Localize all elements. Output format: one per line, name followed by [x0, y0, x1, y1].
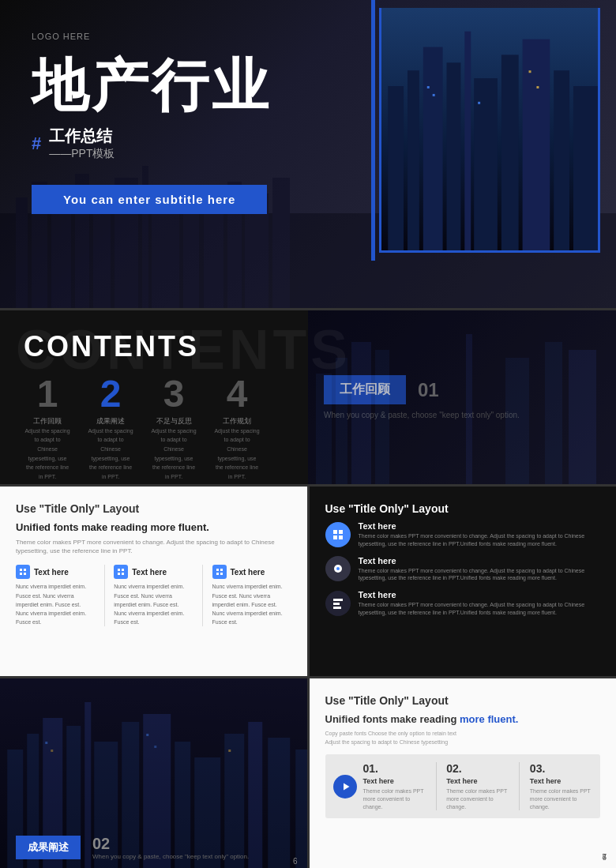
fluent-highlight: more fluent.	[460, 713, 518, 725]
contents-left: CONTENTS CONTENTS 1 工作回顾Adjust the spaci…	[0, 310, 308, 484]
row1-icon-svg	[332, 528, 344, 541]
slide-4: Use "Title Only" Layout Text here Theme …	[310, 487, 617, 676]
svg-rect-38	[569, 350, 596, 484]
card3-bullets: Nunc viverra imperdiet enim. Fusce est. …	[212, 582, 291, 626]
slide-2: CONTENTS CONTENTS 1 工作回顾Adjust the spaci…	[0, 310, 616, 484]
card1-label: Text here	[34, 568, 69, 577]
num-label-1: 工作回顾Adjust the spacing to adapt to Chine…	[24, 417, 71, 482]
svg-rect-35	[466, 334, 472, 484]
svg-rect-48	[220, 569, 223, 571]
svg-rect-42	[24, 573, 26, 575]
footer-badge-box: 成果阐述	[16, 836, 81, 859]
card1-icon-svg	[19, 568, 27, 576]
row1-icon	[325, 522, 351, 547]
section-footer-badge: 成果阐述 02 When you copy & paste, choose "k…	[16, 835, 291, 860]
numbered-cards: 01. Text here Theme color makes PPT more…	[325, 754, 601, 818]
text-card-2: Text here Nunc viverra imperdiet enim. F…	[114, 565, 193, 626]
num-card-desc-1: Theme color makes PPT more convenient to…	[363, 787, 426, 810]
num-card-1: 01. Text here Theme color makes PPT more…	[363, 762, 426, 810]
logo-text: LOGO HERE	[32, 32, 584, 41]
svg-rect-44	[122, 569, 124, 571]
play-button[interactable]	[333, 775, 357, 798]
layout-title-3: Use "Title Only" Layout	[16, 502, 291, 515]
row3-desc: Theme color makes PPT more convenient to…	[359, 601, 601, 617]
layout-title-6: Use "Title Only" Layout	[325, 694, 601, 707]
layout-title-4: Use "Title Only" Layout	[325, 502, 601, 515]
svg-rect-57	[333, 599, 343, 601]
icon-row-2: Text here Theme color makes PPT more con…	[325, 556, 601, 583]
slide-num-6: 7	[602, 853, 607, 862]
subtitle-line2: ——PPT模板	[49, 147, 115, 161]
num-card-desc-2: Theme color makes PPT more convenient to…	[446, 787, 509, 810]
num-card-3: 03. Text here Theme color makes PPT more…	[530, 762, 592, 810]
slide-1: LOGO HERE 地产行业 # 工作总结 ——PPT模板 You can en…	[0, 0, 616, 308]
svg-marker-80	[344, 783, 350, 790]
row1-desc: Theme color makes PPT more convenient to…	[359, 532, 601, 548]
subtitle-line1: 工作总结	[49, 126, 115, 147]
svg-rect-43	[118, 569, 120, 571]
svg-rect-31	[316, 374, 332, 484]
slide-3: Use "Title Only" Layout Unified fonts ma…	[0, 487, 307, 676]
icon-row-3: Text here Theme color makes PPT more con…	[325, 590, 601, 617]
svg-rect-59	[333, 607, 341, 609]
num-item-1: 1 工作回顾Adjust the spacing to adapt to Chi…	[24, 375, 71, 482]
svg-rect-53	[333, 535, 337, 539]
row3-icon	[325, 591, 351, 616]
footer-badge-right: 02 When you copy & paste, choose "keep t…	[92, 835, 249, 860]
card1-icon	[16, 565, 30, 579]
num-label-3: 不足与反思Adjust the spacing to adapt to Chin…	[150, 417, 197, 482]
main-title: 地产行业	[32, 57, 584, 114]
card3-header: Text here	[212, 565, 291, 579]
row2-desc: Theme color makes PPT more convenient to…	[359, 567, 601, 583]
subtitle-lines: 工作总结 ——PPT模板	[49, 126, 115, 161]
num-item-3: 3 不足与反思Adjust the spacing to adapt to Ch…	[150, 375, 197, 482]
icon-row-1: Text here Theme color makes PPT more con…	[325, 521, 601, 548]
row3-label: Text here	[359, 590, 601, 599]
num-card-num-2: 02.	[446, 762, 509, 775]
slide-6: Use "Title Only" Layout Unified fonts ma…	[310, 678, 617, 868]
slide-5: 成果阐述 02 When you copy & paste, choose "k…	[0, 678, 307, 868]
num-card-2: 02. Text here Theme color makes PPT more…	[446, 762, 509, 810]
svg-rect-47	[216, 569, 219, 571]
num-item-4: 4 工作规划Adjust the spacing to adapt to Chi…	[213, 375, 261, 482]
svg-rect-39	[20, 569, 22, 571]
copy-desc-2: Adjust the spacing to adapt to Chinese t…	[325, 738, 601, 747]
card1-header: Text here	[16, 565, 95, 579]
card2-icon	[114, 565, 128, 579]
slide1-content: LOGO HERE 地产行业 # 工作总结 ——PPT模板 You can en…	[0, 0, 616, 238]
hash-symbol: #	[32, 133, 41, 154]
copy-desc: Copy paste fonts Choose the only option …	[325, 730, 601, 746]
svg-rect-36	[505, 358, 529, 484]
svg-rect-54	[339, 535, 343, 539]
num-card-desc-3: Theme color makes PPT more convenient to…	[530, 787, 592, 810]
num-card-label-2: Text here	[446, 777, 509, 785]
slide5-content: 成果阐述 02 When you copy & paste, choose "k…	[0, 678, 307, 868]
cta-button[interactable]: You can enter subtitle here	[32, 185, 267, 214]
svg-rect-33	[351, 342, 371, 484]
contents-bg-text: CONTENTS	[16, 318, 351, 381]
right-city-bg	[308, 310, 616, 484]
svg-rect-46	[122, 573, 124, 575]
card3-icon	[212, 565, 227, 579]
svg-rect-52	[339, 530, 343, 534]
svg-rect-37	[545, 342, 562, 484]
num-label-4: 工作规划Adjust the spacing to adapt to Chine…	[213, 417, 261, 482]
card3-label: Text here	[231, 568, 265, 577]
svg-rect-45	[118, 573, 120, 575]
card1-bullets: Nunc viverra imperdiet enim. Fusce est. …	[16, 582, 95, 626]
svg-point-56	[336, 567, 340, 570]
footer-badge-num: 02	[92, 835, 249, 853]
text-cards-row: Text here Nunc viverra imperdiet enim. F…	[16, 565, 291, 626]
card3-icon-svg	[216, 568, 223, 576]
svg-rect-41	[20, 573, 22, 575]
row3-text: Text here Theme color makes PPT more con…	[359, 590, 601, 617]
card2-bullets: Nunc viverra imperdiet enim. Fusce est. …	[114, 582, 193, 626]
row2-label: Text here	[359, 556, 601, 566]
num-card-num-3: 03.	[530, 762, 592, 775]
num-card-label-3: Text here	[530, 777, 592, 785]
card2-label: Text here	[132, 568, 167, 577]
svg-rect-58	[333, 603, 340, 605]
svg-rect-49	[216, 573, 219, 575]
row1-label: Text here	[359, 521, 601, 531]
theme-desc-3: Theme color makes PPT more convenient to…	[16, 538, 291, 555]
